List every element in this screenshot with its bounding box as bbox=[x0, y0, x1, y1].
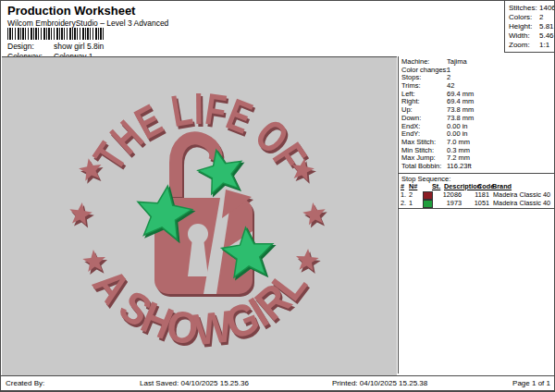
design-row: Design: show girl 5.8in bbox=[7, 42, 34, 51]
footer-bar: Created By: Last Saved: 04/10/2025 15.25… bbox=[1, 375, 554, 391]
small-star-icon bbox=[79, 158, 101, 181]
stat-width: Width:5.46 in bbox=[509, 31, 554, 41]
software-subtitle: Wilcom EmbroideryStudio – Level 3 Advanc… bbox=[7, 18, 168, 28]
arc-text-top: THE LIFE OF bbox=[84, 84, 315, 178]
machine-label: Left: bbox=[401, 90, 415, 98]
small-star-icon bbox=[69, 202, 92, 225]
stat-value: 2 bbox=[539, 13, 543, 22]
col-header-brand: Brand bbox=[492, 183, 512, 190]
stat-label: Width: bbox=[509, 31, 530, 40]
last-saved-label: Last Saved: 04/10/2025 15.25.36 bbox=[140, 379, 249, 387]
stat-label: Colors: bbox=[509, 13, 532, 21]
machine-row: Left:69.4 mm bbox=[401, 91, 554, 99]
design-value: show girl 5.8in bbox=[54, 42, 104, 51]
stop-row-stitches: 12086 bbox=[430, 191, 462, 199]
machine-row: EndX:0.00 in bbox=[401, 123, 554, 131]
stat-label: Zoom: bbox=[509, 41, 530, 49]
production-worksheet-page: Production Worksheet Wilcom EmbroiderySt… bbox=[0, 0, 555, 392]
panel-divider bbox=[399, 173, 554, 174]
col-header-needle: N# bbox=[409, 183, 417, 190]
machine-row: Down:73.8 mm bbox=[401, 115, 554, 123]
stop-row-code: 1181 bbox=[467, 191, 489, 199]
stat-value: 5.46 in bbox=[539, 31, 555, 41]
machine-label: Stops: bbox=[401, 73, 421, 81]
machine-value: 116.23ft bbox=[447, 163, 472, 171]
stop-row-needle: 2 bbox=[409, 191, 413, 199]
stat-stitches: Stitches:14061 bbox=[509, 4, 554, 13]
small-star-icon bbox=[82, 250, 105, 272]
stat-height: Height:5.81 in bbox=[509, 22, 554, 31]
red-thread-layer: THE LIFE OF A SHOWGIRL bbox=[69, 84, 325, 354]
table-bottom-line bbox=[399, 208, 554, 209]
machine-row: Total Bobbin:116.23ft bbox=[401, 163, 554, 171]
machine-label: EndY: bbox=[401, 129, 420, 138]
stat-value: 14061 bbox=[539, 4, 555, 13]
machine-label: EndX: bbox=[401, 122, 420, 130]
page-title: Production Worksheet bbox=[7, 4, 135, 18]
stop-row-num: 1. bbox=[401, 191, 406, 199]
stop-row-stitches: 1973 bbox=[430, 200, 462, 207]
machine-row: Color changes:1 bbox=[401, 67, 554, 75]
stats-box: Stitches:14061 Colors:2 Height:5.81 in W… bbox=[504, 1, 554, 53]
machine-label: Up: bbox=[401, 105, 413, 114]
stat-colors: Colors:2 bbox=[509, 13, 554, 22]
col-header-num: # bbox=[401, 183, 404, 190]
stop-sequence-table: # N# St. Description Code Brand 1. 2 120… bbox=[399, 183, 554, 209]
stat-label: Height: bbox=[509, 22, 532, 31]
created-by-label: Created By: bbox=[6, 379, 44, 387]
stat-value: 5.81 in bbox=[539, 22, 555, 31]
stop-row-code: 1051 bbox=[467, 200, 489, 207]
design-label: Design: bbox=[7, 42, 34, 51]
page-number-label: Page 1 of 1 bbox=[512, 379, 550, 387]
embroidery-artwork: THE LIFE OF A SHOWGIRL bbox=[2, 57, 397, 376]
machine-label: Min Stitch: bbox=[401, 146, 434, 154]
stat-value: 1:1 bbox=[539, 41, 549, 50]
col-header-stitches: St. bbox=[432, 183, 440, 190]
machine-label: Color changes: bbox=[401, 66, 448, 74]
machine-label: Total Bobbin: bbox=[401, 162, 441, 170]
machine-row: Trims:42 bbox=[401, 82, 554, 91]
stop-row-brand: Madeira Classic 40 bbox=[493, 200, 550, 207]
machine-label: Max Jump: bbox=[401, 153, 436, 162]
stop-row-brand: Madeira Classic 40 bbox=[493, 191, 550, 199]
printed-label: Printed: 04/10/2025 15.25.38 bbox=[332, 379, 427, 387]
stat-zoom: Zoom:1:1 bbox=[509, 41, 554, 50]
barcode-icon bbox=[7, 28, 105, 40]
stop-row-num: 2. bbox=[401, 200, 406, 207]
machine-label: Down: bbox=[401, 114, 421, 122]
small-star-icon bbox=[296, 249, 319, 271]
col-header-description: Description bbox=[444, 183, 481, 190]
machine-label: Machine: bbox=[401, 57, 429, 66]
machine-label: Right: bbox=[401, 97, 420, 105]
design-canvas: THE LIFE OF A SHOWGIRL bbox=[2, 56, 397, 376]
machine-row: Stops:2 bbox=[401, 74, 554, 82]
machine-label: Max Stitch: bbox=[401, 138, 436, 146]
stop-row-needle: 1 bbox=[409, 200, 413, 207]
machine-label: Trims: bbox=[401, 81, 421, 90]
small-star-icon bbox=[302, 202, 326, 225]
machine-row: Up:73.8 mm bbox=[401, 106, 554, 115]
machine-info-panel: Machine:Tajima Color changes:1 Stops:2 T… bbox=[398, 56, 554, 374]
machine-row: Right:69.4 mm bbox=[401, 98, 554, 106]
stat-label: Stitches: bbox=[509, 4, 537, 12]
green-star-icon bbox=[198, 151, 241, 194]
